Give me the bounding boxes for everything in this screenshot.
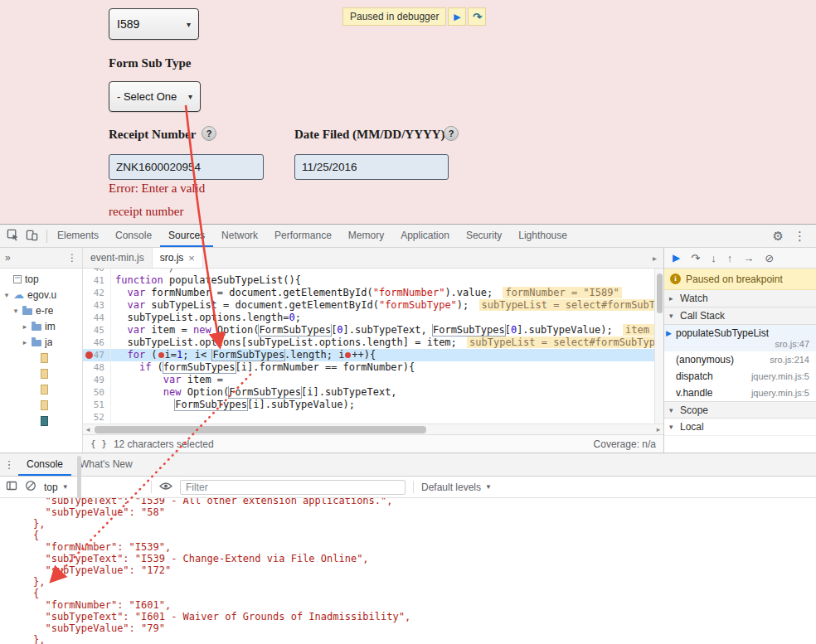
device-toolbar-icon[interactable] — [26, 229, 38, 244]
console-sidebar-icon[interactable] — [6, 480, 17, 494]
scrollbar-thumb[interactable] — [95, 426, 426, 433]
clear-console-icon[interactable] — [25, 480, 36, 494]
pretty-print-icon[interactable]: { } — [90, 438, 107, 449]
close-icon[interactable]: × — [188, 252, 195, 264]
javascript-context-select[interactable]: top ▼ — [44, 482, 143, 493]
date-filed-input[interactable] — [294, 154, 449, 180]
devtools-tab-network[interactable]: Network — [213, 225, 266, 247]
form-sub-type-select[interactable]: - Select One ▾ — [109, 81, 201, 112]
line-number[interactable]: 41 — [83, 274, 111, 287]
inspect-element-icon[interactable] — [7, 229, 19, 244]
navigator-item-label: top — [25, 274, 39, 285]
info-icon: i — [670, 274, 681, 284]
navigator-item-im[interactable]: ▸im — [0, 318, 82, 334]
frame-icon — [13, 275, 22, 283]
editor-horizontal-scrollbar[interactable]: ◂ ▸ — [83, 424, 663, 434]
call-stack-section-header[interactable]: ▾ Call Stack — [664, 307, 816, 325]
tree-expander-icon[interactable]: ▾ — [12, 307, 19, 315]
file-tab-sro-js[interactable]: sro.js× — [153, 248, 203, 268]
navigator-item[interactable] — [0, 366, 82, 381]
navigator-item-top[interactable]: top — [0, 271, 82, 287]
line-number[interactable]: 43 — [83, 299, 111, 312]
scroll-left-icon[interactable]: ◂ — [83, 424, 93, 434]
line-number[interactable]: 40 — [83, 269, 111, 274]
call-stack-frame-anonymous[interactable]: (anonymous)sro.js:214 — [664, 351, 816, 368]
navigator-item-label: e-re — [36, 305, 53, 317]
breakpoint-icon[interactable] — [85, 351, 93, 359]
navigator-item-egov-u[interactable]: ▾☁egov.u — [0, 287, 82, 303]
line-number[interactable]: 50 — [83, 386, 111, 399]
more-tabs-icon[interactable]: ▸ — [646, 248, 663, 268]
help-icon[interactable]: ? — [444, 126, 459, 141]
step-out-icon[interactable]: ↑ — [727, 253, 733, 264]
scope-section-header[interactable]: ▾ Scope — [664, 401, 816, 419]
tree-expander-icon[interactable]: ▸ — [22, 338, 28, 346]
form-type-select[interactable]: I589 ▾ — [109, 8, 199, 40]
navigator-item-e-re[interactable]: ▾e-re — [0, 303, 82, 318]
devtools-tab-sources[interactable]: Sources — [160, 225, 213, 247]
kebab-menu-icon[interactable]: ⋮ — [794, 230, 806, 242]
file-icon — [41, 385, 48, 395]
frame-location: sro.js:47 — [775, 339, 809, 349]
scrollbar-thumb[interactable] — [657, 274, 663, 313]
devtools-tab-elements[interactable]: Elements — [49, 225, 107, 247]
code-line-50: 50 new Option(FormSubTypes[i].subTypeTex… — [83, 386, 654, 399]
deactivate-breakpoints-icon[interactable]: ⊘ — [765, 253, 774, 264]
log-levels-dropdown[interactable]: Default levels ▼ — [421, 482, 492, 493]
navigator-item[interactable] — [0, 350, 82, 366]
navigator-item[interactable] — [0, 413, 82, 429]
resume-script-button[interactable]: ▶ — [448, 7, 466, 26]
date-filed-label: Date Filed (MM/DD/YYYY) — [294, 128, 445, 142]
call-stack-frame-populatesubtypelist[interactable]: ▶populateSubTypeListsro.js:47 — [664, 325, 816, 351]
step-icon[interactable]: → — [743, 253, 754, 264]
line-number[interactable]: 44 — [83, 312, 111, 324]
devtools-tab-security[interactable]: Security — [458, 225, 510, 247]
devtools-left-icons — [0, 229, 45, 244]
scope-local-section[interactable]: ▾ Local — [664, 419, 816, 436]
receipt-number-input[interactable] — [109, 154, 264, 180]
navigator-item[interactable] — [0, 397, 82, 413]
watch-section-header[interactable]: ▸ Watch — [664, 290, 816, 307]
devtools-tab-performance[interactable]: Performance — [266, 225, 340, 247]
help-icon[interactable]: ? — [202, 126, 216, 141]
line-number[interactable]: 42 — [83, 287, 111, 299]
step-into-icon[interactable]: ↓ — [711, 253, 716, 264]
devtools-tab-console[interactable]: Console — [107, 225, 160, 247]
divider — [46, 230, 47, 243]
navigator-item-ja[interactable]: ▸ja — [0, 334, 82, 350]
line-number[interactable]: 46 — [83, 337, 111, 349]
eye-icon[interactable] — [159, 482, 172, 493]
navigator-overflow-icon[interactable]: » — [5, 252, 11, 264]
settings-gear-icon[interactable]: ⚙ — [773, 230, 784, 242]
paused-on-breakpoint-banner: i Paused on breakpoint — [664, 269, 816, 290]
code-line-47: 47 for (i=1; i< FormSubTypes.length; i++… — [83, 349, 654, 361]
file-tab-event-min-js[interactable]: event-min.js — [83, 248, 153, 268]
editor-vertical-scrollbar[interactable] — [654, 269, 663, 424]
line-number[interactable]: 48 — [83, 361, 111, 374]
navigator-item-label: ja — [45, 337, 52, 348]
step-over-icon[interactable]: ↷ — [691, 253, 700, 264]
step-over-button[interactable]: ↷ — [468, 7, 486, 26]
line-number[interactable]: 52 — [83, 411, 111, 424]
navigator-item[interactable] — [0, 381, 82, 397]
tree-expander-icon[interactable]: ▾ — [3, 291, 10, 299]
devtools-tab-memory[interactable]: Memory — [340, 225, 392, 247]
devtools-tab-application[interactable]: Application — [392, 225, 458, 247]
console-tab-what-s-new[interactable]: What's New — [71, 453, 141, 476]
line-number[interactable]: 49 — [83, 374, 111, 386]
navigator-menu-icon[interactable]: ⋮ — [67, 252, 77, 264]
line-number[interactable]: 47 — [83, 349, 111, 361]
devtools-tab-lighthouse[interactable]: Lighthouse — [510, 225, 576, 247]
code-text: new Option(FormSubTypes[i].subTypeText, — [111, 386, 397, 399]
call-stack-frame-v-handle[interactable]: v.handlejquery.min.js:5 — [664, 385, 816, 401]
line-number[interactable]: 45 — [83, 324, 111, 337]
call-stack-frame-dispatch[interactable]: dispatchjquery.min.js:5 — [664, 368, 816, 385]
resume-script-icon[interactable]: ▶ — [673, 253, 680, 263]
error-text-line1: Error: Enter a valid — [109, 182, 205, 196]
line-number[interactable]: 51 — [83, 399, 111, 411]
tree-expander-icon[interactable]: ▸ — [22, 322, 28, 331]
console-filter-input[interactable] — [180, 480, 406, 495]
scroll-right-icon[interactable]: ▸ — [653, 424, 663, 434]
drawer-menu-icon[interactable]: ⋮ — [0, 458, 18, 471]
console-tab-console[interactable]: Console — [18, 453, 71, 476]
